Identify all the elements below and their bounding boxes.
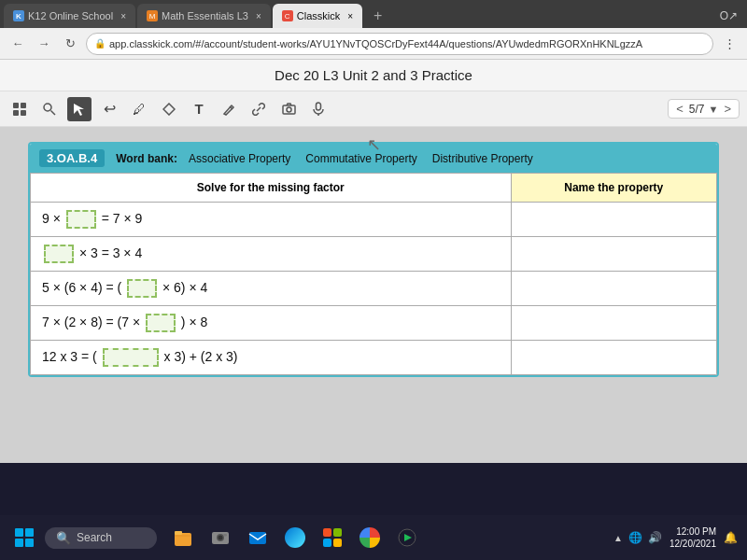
property-answer-2[interactable] [511, 237, 717, 272]
worksheet-table: Solve for the missing factor Name the pr… [30, 173, 717, 375]
sys-tray: ▲ 🌐 🔊 [613, 531, 662, 544]
tab-close-math[interactable]: × [256, 11, 261, 21]
table-row: 7 × (2 × 8) = (7 × ) × 8 [31, 306, 717, 341]
svg-point-10 [287, 107, 291, 112]
pencil-icon[interactable] [217, 97, 241, 121]
svg-rect-3 [21, 110, 26, 116]
property-answer-5[interactable] [511, 341, 717, 375]
back-button[interactable]: ← [7, 34, 28, 54]
word-bank-label: Word bank: [116, 152, 177, 165]
taskbar-store[interactable] [316, 521, 349, 554]
windows-logo [15, 528, 34, 547]
highlight-icon[interactable]: 🖊 [127, 97, 151, 121]
svg-point-17 [218, 536, 223, 540]
blank-input-4[interactable] [146, 314, 176, 332]
svg-rect-22 [323, 539, 331, 547]
grid-icon[interactable] [7, 97, 32, 121]
svg-rect-18 [223, 534, 227, 537]
svg-rect-20 [323, 528, 331, 537]
camera-icon[interactable] [276, 97, 301, 121]
problem-1: 9 × = 7 × 9 [31, 203, 512, 237]
taskbar-search[interactable]: 🔍 Search [45, 527, 157, 549]
browser-chrome: K K12 Online School × M Math Essentials … [0, 0, 747, 60]
svg-rect-14 [175, 531, 182, 535]
tab-classkick[interactable]: C Classkick × [273, 4, 362, 28]
tray-arrow-icon[interactable]: ▲ [613, 533, 623, 543]
nav-bar: ← → ↻ 🔒 app.classkick.com/#/account/stud… [0, 28, 747, 60]
taskbar-file-explorer[interactable] [166, 521, 200, 554]
search-small-icon[interactable] [37, 97, 62, 121]
problem-3: 5 × (6 × 4) = ( × 6) × 4 [31, 272, 512, 306]
table-row: 9 × = 7 × 9 [31, 203, 717, 237]
svg-rect-0 [13, 103, 19, 108]
network-icon[interactable]: 🌐 [628, 531, 642, 544]
extensions-button[interactable]: ⋮ [719, 34, 740, 54]
col-property-header: Name the property [511, 174, 717, 203]
browser-controls: O↗ [720, 9, 743, 22]
problem-5: 12 x 3 = ( x 3) + (2 x 3) [31, 341, 512, 375]
link-icon[interactable] [247, 97, 271, 121]
word-bank-item-associative: Associative Property [189, 152, 290, 165]
page-header: Dec 20 L3 Unit 2 and 3 Practice [0, 60, 747, 91]
taskbar-mail[interactable] [241, 521, 275, 554]
table-row: × 3 = 3 × 4 [31, 237, 717, 272]
start-button[interactable] [9, 523, 39, 553]
table-row: 12 x 3 = ( x 3) + (2 x 3) [31, 341, 717, 375]
svg-rect-21 [333, 528, 342, 537]
taskbar-camera[interactable] [204, 521, 237, 554]
svg-rect-19 [249, 532, 266, 544]
refresh-button[interactable]: ↻ [60, 34, 80, 54]
worksheet-card: 3.OA.B.4 Word bank: Associative Property… [28, 142, 719, 377]
taskbar-search-text: Search [77, 531, 112, 544]
col-problem-header: Solve for the missing factor [31, 174, 512, 203]
svg-line-5 [51, 110, 56, 115]
word-bank-item-commutative: Commutative Property [305, 152, 416, 165]
prev-page-button[interactable]: < [674, 102, 685, 116]
taskbar-media-player[interactable] [390, 521, 424, 554]
taskbar-edge[interactable] [278, 521, 312, 554]
notification-area[interactable]: 12:00 PM 12/20/2021 [669, 525, 716, 550]
cursor-indicator: ↖ [367, 134, 381, 155]
svg-point-4 [44, 104, 51, 111]
word-bank-items: Associative Property Commutative Propert… [189, 152, 533, 165]
diamond-icon[interactable] [157, 97, 181, 121]
cursor-icon[interactable] [67, 97, 92, 121]
page-dropdown-icon[interactable]: ▼ [709, 104, 719, 115]
lock-icon: 🔒 [94, 38, 106, 49]
blank-input-3[interactable] [127, 279, 157, 298]
blank-input-5[interactable] [103, 348, 159, 367]
taskbar-chrome[interactable] [353, 521, 387, 554]
property-answer-3[interactable] [511, 272, 717, 306]
mic-icon[interactable] [306, 97, 331, 121]
blank-input-2[interactable] [44, 245, 74, 263]
svg-rect-23 [333, 539, 342, 547]
page-indicator: 5/7 [689, 103, 705, 116]
toolbar: ↩ 🖊 T < 5/7 ▼ > [0, 91, 747, 127]
page-navigator: < 5/7 ▼ > [668, 99, 740, 119]
main-content: ↖ 3.OA.B.4 Word bank: Associative Proper… [0, 127, 747, 463]
taskbar-search-icon: 🔍 [56, 531, 71, 545]
tab-k12[interactable]: K K12 Online School × [4, 4, 135, 28]
address-bar[interactable]: 🔒 app.classkick.com/#/account/student-wo… [86, 33, 713, 55]
table-row: 5 × (6 × 4) = ( × 6) × 4 [31, 272, 717, 306]
property-answer-4[interactable] [511, 306, 717, 341]
svg-rect-11 [317, 103, 321, 110]
property-answer-1[interactable] [511, 203, 717, 237]
text-icon[interactable]: T [187, 97, 211, 121]
forward-button[interactable]: → [34, 34, 54, 54]
undo-icon[interactable]: ↩ [97, 97, 121, 121]
problem-4: 7 × (2 × 8) = (7 × ) × 8 [31, 306, 512, 341]
blank-input-1[interactable] [66, 210, 96, 229]
page-title: Dec 20 L3 Unit 2 and 3 Practice [275, 67, 472, 83]
tab-close-classkick[interactable]: × [347, 11, 353, 21]
taskbar-right: ▲ 🌐 🔊 12:00 PM 12/20/2021 🔔 [613, 525, 738, 550]
problem-2: × 3 = 3 × 4 [31, 237, 512, 272]
next-page-button[interactable]: > [722, 102, 733, 116]
new-tab-button[interactable]: + [364, 4, 391, 28]
notification-icon[interactable]: 🔔 [724, 531, 738, 544]
tab-close-k12[interactable]: × [120, 11, 126, 21]
svg-rect-13 [175, 533, 191, 546]
svg-marker-6 [74, 104, 84, 116]
volume-icon[interactable]: 🔊 [648, 531, 662, 544]
tab-math[interactable]: M Math Essentials L3 × [137, 4, 271, 28]
